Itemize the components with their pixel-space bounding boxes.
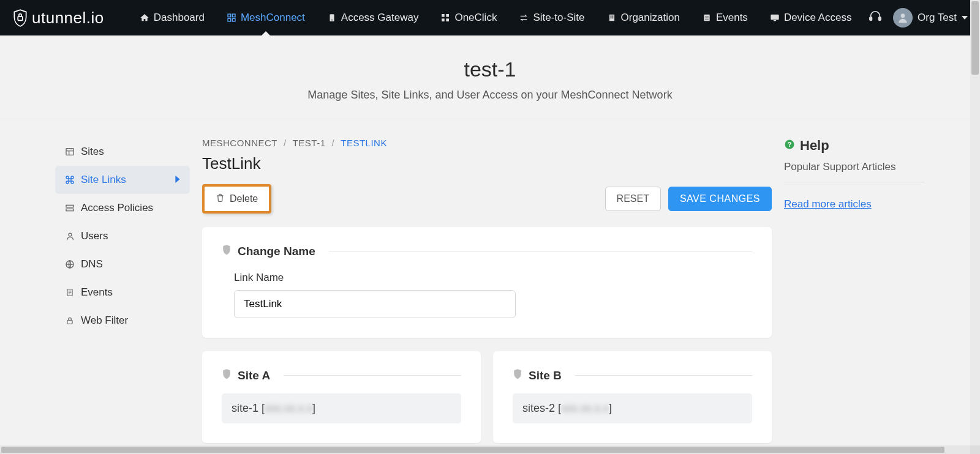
nav-organization[interactable]: Organization (596, 0, 691, 35)
lock-icon (65, 316, 75, 326)
nav-events[interactable]: Events (691, 0, 759, 35)
page-header: test-1 Manage Sites, Site Links, and Use… (0, 35, 980, 119)
svg-rect-29 (66, 209, 74, 210)
svg-rect-20 (771, 15, 778, 20)
close-bracket: ] (312, 402, 315, 414)
support-icon[interactable] (869, 10, 882, 26)
sidebar-item-sites[interactable]: Sites (55, 138, 190, 166)
sidebar-item-label: Site Links (81, 174, 126, 186)
user-menu[interactable]: Org Test (893, 8, 968, 28)
delete-label: Delete (230, 193, 258, 204)
sidebar-item-access-policies[interactable]: Access Policies (55, 194, 190, 222)
save-changes-button[interactable]: SAVE CHANGES (668, 187, 772, 211)
sidebar-item-site-links[interactable]: Site Links (55, 166, 190, 194)
sidebar-item-users[interactable]: Users (55, 222, 190, 250)
svg-rect-15 (612, 17, 613, 18)
nav-oneclick[interactable]: OneClick (429, 0, 508, 35)
nav-site-to-site[interactable]: Site-to-Site (508, 0, 595, 35)
svg-rect-23 (879, 17, 881, 20)
swap-icon (519, 13, 529, 23)
site-a-heading: Site A (238, 369, 270, 382)
nav-device-access[interactable]: Device Access (759, 0, 863, 35)
brand-logo[interactable]: utunnel.io (12, 9, 104, 28)
nav-label: Dashboard (154, 12, 205, 24)
delete-highlight: Delete (202, 184, 271, 214)
svg-rect-8 (447, 14, 450, 17)
divider (284, 375, 461, 376)
grid-icon (440, 13, 450, 23)
divider (575, 375, 752, 376)
nav-meshconnect[interactable]: MeshConnect (216, 0, 316, 35)
scroll-corner (970, 445, 980, 454)
sidebar-item-label: Web Filter (81, 314, 128, 327)
globe-icon (65, 259, 75, 269)
list-icon (702, 13, 712, 23)
mesh-icon (227, 13, 236, 23)
svg-point-6 (331, 20, 333, 21)
nav-access-gateway[interactable]: Access Gateway (316, 0, 430, 35)
site-b-card: Site B sites-2 [xxx.xx.x.x] (493, 351, 772, 443)
actions-row: Delete RESET SAVE CHANGES (202, 184, 772, 214)
svg-rect-11 (609, 15, 614, 21)
clipboard-icon (65, 288, 75, 297)
sidebar-item-label: Access Policies (81, 202, 153, 214)
delete-button[interactable]: Delete (205, 187, 269, 211)
sidebar-item-label: Sites (81, 146, 104, 158)
help-read-more-link[interactable]: Read more articles (784, 198, 872, 210)
site-a-card: Site A site-1 [xxx.xx.x.x] (202, 351, 481, 443)
trash-icon (216, 193, 225, 205)
nav-dashboard[interactable]: Dashboard (129, 0, 216, 35)
nav-label: Site-to-Site (533, 12, 584, 24)
avatar (893, 8, 913, 28)
svg-rect-28 (66, 205, 74, 207)
user-label: Org Test (918, 12, 957, 24)
help-heading: Help (800, 138, 829, 154)
svg-rect-12 (610, 16, 611, 17)
svg-rect-2 (232, 14, 235, 17)
sidebar-item-label: Users (81, 230, 108, 242)
page-title: test-1 (0, 58, 980, 81)
shield-icon (222, 368, 232, 382)
help-panel: ? Help Popular Support Articles Read mor… (784, 138, 925, 443)
command-icon (65, 175, 75, 185)
monitor-icon (770, 13, 780, 23)
nav-label: MeshConnect (241, 12, 305, 24)
nav-label: Device Access (784, 12, 852, 24)
sidebar-item-events[interactable]: Events (55, 278, 190, 307)
sidebar-item-web-filter[interactable]: Web Filter (55, 307, 190, 335)
server-icon (327, 13, 337, 23)
close-bracket: ] (609, 402, 612, 414)
vertical-scrollbar[interactable] (970, 0, 980, 445)
sidebar: Sites Site Links Access Policies Users (55, 138, 190, 443)
help-subheading: Popular Support Articles (784, 161, 925, 182)
breadcrumb-sep: / (332, 138, 335, 148)
nav-label: Access Gateway (341, 12, 419, 24)
nav-label: OneClick (454, 12, 497, 24)
svg-point-30 (69, 233, 72, 236)
svg-rect-13 (612, 16, 613, 17)
site-a-ip-masked: xxx.xx.x.x (265, 402, 312, 414)
horizontal-scrollbar[interactable] (0, 445, 970, 454)
sidebar-item-label: DNS (81, 258, 103, 270)
svg-rect-25 (66, 149, 74, 155)
link-name-input[interactable] (234, 290, 516, 318)
svg-rect-0 (18, 17, 23, 20)
svg-point-24 (901, 13, 905, 18)
sidebar-item-dns[interactable]: DNS (55, 250, 190, 278)
shield-icon (513, 368, 522, 382)
svg-rect-14 (610, 17, 611, 18)
breadcrumb-current: TESTLINK (341, 138, 387, 148)
reset-button[interactable]: RESET (605, 187, 661, 211)
layout-icon (65, 147, 75, 157)
rows-icon (65, 203, 75, 213)
site-b-prefix: sites-2 [ (522, 402, 561, 414)
site-b-value: sites-2 [xxx.xx.x.x] (513, 393, 752, 423)
breadcrumb-parent[interactable]: TEST-1 (293, 138, 326, 148)
svg-rect-21 (774, 20, 776, 21)
breadcrumb-root[interactable]: MESHCONNECT (202, 138, 277, 148)
svg-rect-1 (228, 14, 231, 17)
svg-text:?: ? (788, 141, 791, 148)
caret-down-icon (962, 12, 968, 24)
site-b-ip-masked: xxx.xx.x.x (561, 402, 609, 414)
nav-label: Organization (621, 12, 680, 24)
